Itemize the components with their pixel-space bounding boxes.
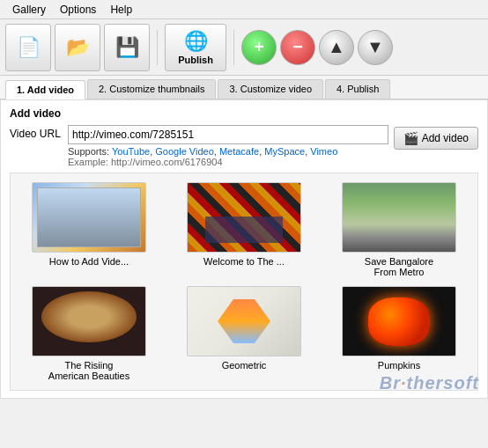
video-title-2: Welcome to The ...: [203, 256, 285, 267]
tabs-bar: 1. Add video 2. Customize thumbnails 3. …: [0, 76, 488, 99]
publish-button[interactable]: 🌐 Publish: [165, 24, 226, 71]
app-window: Gallery Options Help 📄 📂 💾 🌐 Publish + −…: [0, 0, 488, 399]
video-title-5: Geometric: [222, 360, 267, 371]
video-title-3: Save BangaloreFrom Metro: [365, 256, 433, 277]
video-thumb-5: [187, 286, 301, 356]
tab-customize-video[interactable]: 3. Customize video: [218, 79, 323, 99]
toolbar-separator: [157, 30, 158, 65]
down-icon: ▼: [366, 37, 384, 57]
tab-customize-thumbnails[interactable]: 2. Customize thumbnails: [87, 79, 216, 99]
toolbar: 📄 📂 💾 🌐 Publish + − ▲ ▼: [0, 19, 488, 76]
url-input[interactable]: [68, 125, 388, 144]
up-icon: ▲: [328, 37, 345, 57]
watermark-text-after: thersoft: [407, 373, 479, 393]
tab-publish[interactable]: 4. Publish: [325, 79, 390, 99]
add-button[interactable]: +: [241, 30, 277, 65]
save-icon: 💾: [115, 38, 139, 57]
example-url: http://vimeo.com/6176904: [111, 157, 223, 167]
toolbar-separator-2: [233, 30, 234, 65]
video-title-6: Pumpkins: [378, 360, 420, 371]
link-google-video[interactable]: Google Video: [155, 146, 213, 157]
open-button[interactable]: 📂: [55, 24, 100, 71]
menu-options[interactable]: Options: [53, 2, 103, 18]
example-label: Example:: [68, 157, 108, 167]
remove-button[interactable]: −: [280, 30, 315, 65]
url-input-area: Supports: YouTube, Google Video, Metacaf…: [68, 125, 388, 167]
publish-label: Publish: [178, 55, 213, 65]
supports-label: Supports:: [68, 146, 109, 157]
new-icon: 📄: [17, 38, 41, 57]
add-video-icon: 🎬: [403, 131, 418, 145]
url-row: Video URL Supports: YouTube, Google Vide…: [10, 125, 478, 167]
url-label: Video URL: [10, 125, 63, 140]
video-item-2[interactable]: Welcome to The ...: [171, 182, 317, 277]
tab-add-video[interactable]: 1. Add video: [5, 80, 85, 99]
main-content: Add video Video URL Supports: YouTube, G…: [0, 99, 488, 399]
video-grid: How to Add Vide... Welcome to The ... Sa…: [10, 173, 478, 391]
video-item-6[interactable]: Pumpkins: [326, 286, 472, 381]
menu-help[interactable]: Help: [103, 2, 139, 18]
video-title-4: The RisiingAmerican Beauties: [48, 360, 129, 381]
menu-bar: Gallery Options Help: [0, 0, 488, 19]
video-item-3[interactable]: Save BangaloreFrom Metro: [326, 182, 472, 277]
url-example: Example: http://vimeo.com/6176904: [68, 157, 388, 167]
move-up-button[interactable]: ▲: [319, 30, 354, 65]
watermark: Br·thersoft: [380, 373, 479, 393]
video-thumb-6: [342, 286, 456, 356]
section-title: Add video: [10, 107, 478, 120]
open-icon: 📂: [66, 38, 90, 57]
remove-icon: −: [292, 37, 303, 57]
link-vimeo[interactable]: Vimeo: [310, 146, 337, 157]
video-thumb-3: [342, 182, 456, 253]
new-button[interactable]: 📄: [5, 24, 51, 71]
video-title-1: How to Add Vide...: [49, 256, 129, 267]
video-item-4[interactable]: The RisiingAmerican Beauties: [16, 286, 162, 381]
add-video-button[interactable]: 🎬 Add video: [394, 127, 478, 150]
add-icon: +: [254, 37, 264, 57]
link-youtube[interactable]: YouTube: [112, 146, 150, 157]
video-thumb-2: [187, 182, 301, 253]
thumb-5-shape: [218, 299, 270, 343]
video-thumb-4: [32, 286, 146, 356]
link-metacafe[interactable]: Metacafe: [219, 146, 259, 157]
publish-globe-icon: 🌐: [184, 30, 208, 53]
move-down-button[interactable]: ▼: [358, 30, 393, 65]
url-supports: Supports: YouTube, Google Video, Metacaf…: [68, 146, 388, 157]
watermark-text-before: Br: [380, 373, 401, 393]
menu-gallery[interactable]: Gallery: [5, 2, 53, 18]
save-button[interactable]: 💾: [104, 24, 150, 71]
video-item-1[interactable]: How to Add Vide...: [16, 182, 162, 277]
video-thumb-1: [32, 182, 146, 253]
video-item-5[interactable]: Geometric: [171, 286, 317, 381]
link-myspace[interactable]: MySpace: [264, 146, 305, 157]
add-video-btn-label: Add video: [422, 132, 469, 144]
